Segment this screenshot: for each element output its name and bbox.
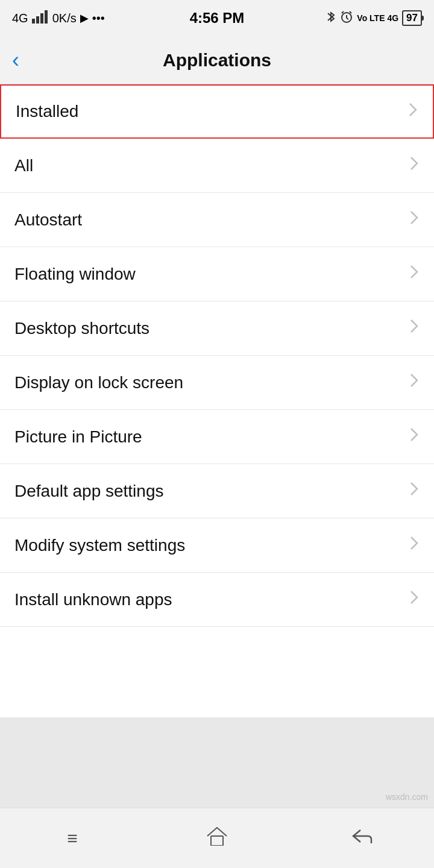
menu-item-label-floating-window: Floating window bbox=[14, 265, 136, 284]
back-chevron-icon: ‹ bbox=[12, 48, 19, 73]
menu-item-default-app-settings[interactable]: Default app settings bbox=[0, 464, 434, 518]
chevron-icon-default-app-settings bbox=[409, 480, 420, 502]
alarm-icon bbox=[340, 10, 353, 27]
svg-line-8 bbox=[350, 11, 351, 13]
chevron-icon-floating-window bbox=[409, 263, 420, 285]
watermark: wsxdn.com bbox=[386, 792, 428, 802]
menu-item-label-default-app-settings: Default app settings bbox=[14, 482, 164, 501]
bottom-nav: ≡ bbox=[0, 808, 434, 868]
menu-item-install-unknown-apps[interactable]: Install unknown apps bbox=[0, 573, 434, 627]
media-icon: ▶ bbox=[80, 11, 89, 25]
chevron-icon-desktop-shortcuts bbox=[409, 318, 420, 339]
menu-item-modify-system-settings[interactable]: Modify system settings bbox=[0, 518, 434, 573]
menu-item-label-installed: Installed bbox=[16, 102, 78, 121]
chevron-icon-picture-in-picture bbox=[409, 426, 420, 447]
menu-button[interactable]: ≡ bbox=[48, 820, 96, 857]
home-icon bbox=[206, 826, 228, 850]
bluetooth-icon bbox=[326, 10, 336, 27]
menu-item-desktop-shortcuts[interactable]: Desktop shortcuts bbox=[0, 301, 434, 356]
menu-item-label-autostart: Autostart bbox=[14, 210, 82, 230]
svg-rect-9 bbox=[211, 836, 223, 846]
volte-lte-badge: Vo LTE 4G bbox=[357, 13, 398, 23]
gray-section bbox=[0, 717, 434, 808]
status-left: 4G 0K/s ▶ ••• bbox=[12, 10, 105, 27]
menu-item-label-picture-in-picture: Picture in Picture bbox=[14, 427, 142, 447]
svg-rect-3 bbox=[45, 10, 48, 24]
chevron-icon-display-lock-screen bbox=[409, 372, 420, 393]
menu-item-label-install-unknown-apps: Install unknown apps bbox=[14, 590, 172, 609]
menu-item-installed[interactable]: Installed bbox=[0, 84, 434, 139]
menu-item-floating-window[interactable]: Floating window bbox=[0, 247, 434, 301]
menu-item-label-all: All bbox=[14, 156, 33, 175]
menu-item-picture-in-picture[interactable]: Picture in Picture bbox=[0, 410, 434, 464]
chevron-icon-modify-system-settings bbox=[409, 535, 420, 556]
status-right: Vo LTE 4G 97 bbox=[326, 10, 422, 27]
menu-item-display-lock-screen[interactable]: Display on lock screen bbox=[0, 356, 434, 410]
svg-rect-0 bbox=[32, 19, 35, 24]
network-info: 4G bbox=[12, 11, 28, 25]
back-button[interactable]: ‹ bbox=[12, 48, 19, 73]
menu-list: InstalledAllAutostartFloating windowDesk… bbox=[0, 84, 434, 717]
toolbar: ‹ Applications bbox=[0, 36, 434, 84]
back-nav-icon bbox=[351, 828, 373, 849]
chevron-icon-installed bbox=[407, 101, 418, 122]
svg-rect-1 bbox=[36, 16, 39, 24]
dots-icon: ••• bbox=[92, 11, 105, 25]
menu-item-all[interactable]: All bbox=[0, 139, 434, 193]
back-nav-button[interactable] bbox=[338, 820, 386, 857]
home-button[interactable] bbox=[193, 820, 241, 857]
chevron-icon-autostart bbox=[409, 209, 420, 230]
status-bar: 4G 0K/s ▶ ••• 4:56 PM bbox=[0, 0, 434, 36]
menu-item-label-desktop-shortcuts: Desktop shortcuts bbox=[14, 319, 149, 338]
status-time: 4:56 PM bbox=[190, 10, 245, 27]
menu-item-label-display-lock-screen: Display on lock screen bbox=[14, 373, 183, 392]
chevron-icon-install-unknown-apps bbox=[409, 589, 420, 610]
menu-item-label-modify-system-settings: Modify system settings bbox=[14, 536, 185, 555]
menu-icon: ≡ bbox=[67, 828, 78, 849]
svg-line-7 bbox=[342, 11, 344, 13]
menu-item-autostart[interactable]: Autostart bbox=[0, 193, 434, 247]
data-speed: 0K/s bbox=[52, 11, 77, 25]
chevron-icon-all bbox=[409, 155, 420, 176]
signal-bars bbox=[32, 10, 49, 27]
page-title: Applications bbox=[163, 50, 271, 71]
svg-rect-2 bbox=[40, 13, 43, 24]
battery-level: 97 bbox=[402, 10, 422, 26]
svg-line-6 bbox=[347, 18, 348, 19]
